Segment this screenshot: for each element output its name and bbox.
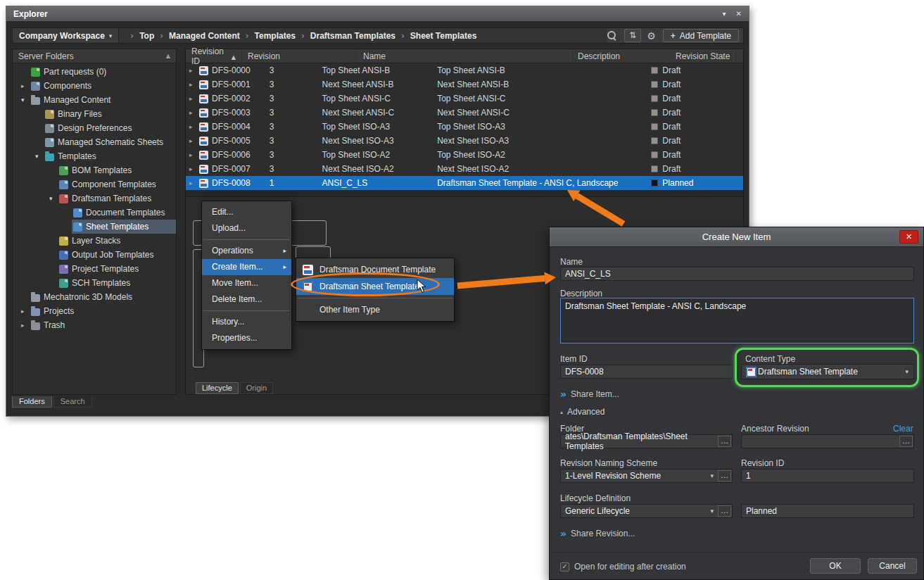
tree-expander-icon[interactable] (21, 82, 30, 89)
lifecycle-definition-dropdown[interactable]: Generic Lifecycle ▾ … (560, 504, 733, 518)
table-row[interactable]: DFS-0002 3 Top Sheet ANSI-C Top Sheet AN… (186, 92, 743, 106)
column-header[interactable]: Revision State (670, 49, 736, 63)
column-header[interactable]: Description (573, 49, 670, 63)
row-expander-icon[interactable] (189, 81, 196, 88)
tree-item[interactable]: Output Job Templates (13, 248, 176, 262)
dialog-titlebar[interactable]: Create New Item ✕ (550, 227, 923, 247)
tree-expander-icon[interactable] (21, 322, 30, 329)
tree-item[interactable]: Document Templates (13, 206, 176, 220)
explorer-titlebar[interactable]: Explorer ▾ ✕ (6, 6, 749, 22)
detail-tab[interactable]: Origin (240, 382, 273, 394)
panel-close-icon[interactable]: ✕ (736, 10, 742, 18)
row-expander-icon[interactable] (189, 165, 196, 172)
context-menu-item[interactable]: Properties... (202, 330, 291, 346)
column-header[interactable]: Revision (242, 49, 356, 63)
breadcrumb-item[interactable]: Draftsman Templates (296, 31, 395, 41)
browse-folder-button[interactable]: … (718, 436, 731, 447)
tree-item[interactable]: Sheet Templates (13, 220, 176, 234)
revision-naming-scheme-dropdown[interactable]: 1-Level Revision Scheme ▾ … (560, 469, 733, 483)
table-row[interactable]: DFS-0003 3 Next Sheet ANSI-C Next Sheet … (186, 106, 743, 120)
ancestor-revision-input[interactable]: … (741, 434, 914, 448)
tree-item[interactable]: Component Templates (13, 177, 176, 191)
server-folders-header[interactable]: Server Folders ▲ (13, 49, 176, 63)
swap-columns-icon[interactable]: ⇅ (624, 29, 641, 42)
tree-item[interactable]: Layer Stacks (13, 234, 176, 248)
table-row[interactable]: DFS-0006 3 Top Sheet ISO-A2 Top Sheet IS… (186, 148, 743, 162)
sidebar-tab[interactable]: Search (53, 396, 92, 408)
tree-expander-icon[interactable] (35, 153, 44, 160)
tree-item[interactable]: Draftsman Templates (13, 191, 176, 206)
submenu-item[interactable]: Other Item Type (296, 301, 454, 318)
open-after-creation-checkbox[interactable]: ✓ (560, 562, 569, 572)
row-expander-icon[interactable] (189, 137, 196, 144)
context-menu-item[interactable]: History... (202, 314, 291, 330)
collapse-icon[interactable]: ▲ (166, 53, 170, 59)
add-template-button[interactable]: + Add Template (663, 29, 739, 42)
splitter[interactable] (186, 190, 743, 197)
row-expander-icon[interactable] (189, 67, 196, 74)
tree-item[interactable]: Projects (13, 304, 176, 318)
breadcrumb-item[interactable]: Managed Content (154, 31, 239, 41)
name-input[interactable] (560, 267, 914, 281)
tree-expander-icon[interactable] (21, 96, 30, 103)
tree-item[interactable]: Managed Content (13, 93, 176, 107)
tree-item[interactable]: Project Templates (13, 262, 176, 276)
row-expander-icon[interactable] (189, 179, 196, 187)
row-expander-icon[interactable] (189, 109, 196, 116)
share-revision-link[interactable]: » Share Revision... (560, 529, 635, 538)
table-row[interactable]: DFS-0005 3 Next Sheet ISO-A3 Next Sheet … (186, 134, 743, 148)
tree-expander-icon[interactable] (21, 308, 30, 315)
context-menu-item[interactable]: Create Item... (202, 259, 291, 275)
tree-item[interactable]: Binary Files (13, 107, 176, 121)
breadcrumb-item[interactable]: Templates (240, 31, 296, 41)
row-expander-icon[interactable] (189, 95, 196, 102)
tree-item[interactable]: Components (13, 79, 176, 93)
tree-expander-icon[interactable] (49, 195, 58, 202)
breadcrumb-item[interactable]: Sheet Templates (395, 31, 476, 41)
dialog-close-button[interactable]: ✕ (899, 230, 918, 244)
context-menu-item[interactable]: Operations (202, 243, 291, 259)
sidebar-tab[interactable]: Folders (12, 396, 52, 408)
column-header[interactable]: Revision ID (186, 49, 242, 63)
tree-item[interactable]: BOM Templates (13, 163, 176, 177)
folder-input[interactable]: ates\Draftsman Templates\Sheet Templates… (560, 434, 733, 448)
table-row[interactable]: DFS-0001 3 Next Sheet ANSI-B Next Sheet … (186, 77, 743, 92)
tree-item[interactable]: Part requests (0) (13, 65, 176, 79)
browse-ancestor-button[interactable]: … (899, 436, 913, 447)
lifecycle-state-input[interactable] (741, 504, 914, 518)
context-menu-item[interactable]: Upload... (202, 220, 291, 237)
table-row[interactable]: DFS-0000 3 Top Sheet ANSI-B Top Sheet AN… (186, 63, 743, 77)
tree-item[interactable]: Trash (13, 318, 176, 332)
browse-revision-scheme-button[interactable]: … (718, 470, 731, 481)
column-header[interactable]: Name (356, 49, 573, 63)
ok-button[interactable]: OK (810, 558, 861, 574)
advanced-section-toggle[interactable]: ▴ Advanced (560, 407, 605, 417)
breadcrumb-item[interactable]: Top (125, 31, 154, 41)
browse-lifecycle-button[interactable]: … (718, 505, 731, 517)
workspace-dropdown[interactable]: Company Workspace ▾ (13, 28, 119, 43)
context-menu-item[interactable]: Move Item... (202, 275, 291, 291)
clear-link[interactable]: Clear (893, 424, 913, 434)
detail-tab[interactable]: Lifecycle (196, 382, 239, 394)
item-id-input[interactable] (560, 365, 733, 379)
share-item-link[interactable]: » Share Item... (560, 389, 619, 399)
revision-id-input[interactable] (741, 469, 914, 483)
tree-item[interactable]: Templates (13, 149, 176, 163)
row-expander-icon[interactable] (189, 123, 196, 130)
search-icon[interactable] (607, 30, 617, 41)
tree-item[interactable]: Mechatronic 3D Models (13, 290, 176, 304)
table-row[interactable]: DFS-0007 3 Next Sheet ISO-A2 Next Sheet … (186, 162, 743, 176)
tree-item[interactable]: SCH Templates (13, 276, 176, 290)
tree-item[interactable]: Design Preferences (13, 121, 176, 135)
context-menu-item[interactable]: Edit... (202, 204, 291, 220)
table-row[interactable]: DFS-0004 3 Top Sheet ISO-A3 Top Sheet IS… (186, 120, 743, 134)
table-row[interactable]: DFS-0008 1 ANSI_C_LS Draftsman Sheet Tem… (186, 176, 743, 190)
panel-menu-caret-icon[interactable]: ▾ (723, 10, 726, 18)
tree-item[interactable]: Managed Schematic Sheets (13, 135, 176, 149)
row-expander-icon[interactable] (189, 151, 196, 158)
tree-item-icon (45, 110, 54, 119)
description-input[interactable]: Draftsman Sheet Template - ANSI C, Lands… (560, 298, 914, 343)
context-menu-item[interactable]: Delete Item... (202, 291, 291, 308)
cancel-button[interactable]: Cancel (868, 558, 917, 574)
gear-icon[interactable]: ⚙ (647, 30, 656, 42)
